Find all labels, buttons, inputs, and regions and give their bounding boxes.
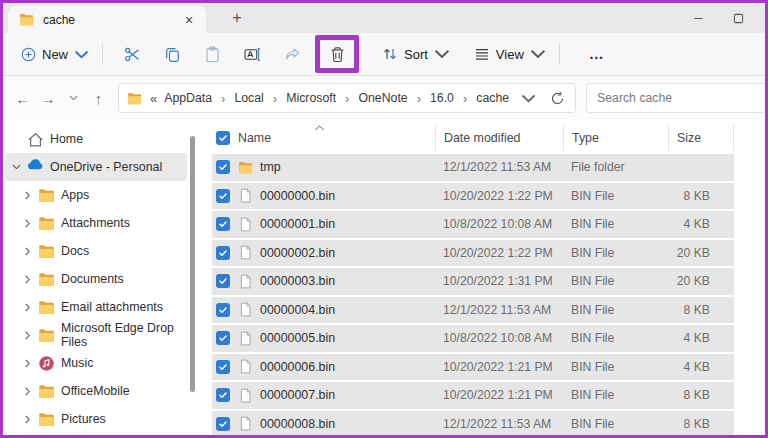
minimize-button[interactable] bbox=[683, 9, 713, 27]
sidebar-item[interactable]: Attachments bbox=[5, 209, 187, 237]
file-row[interactable]: 00000003.bin 10/20/2022 1:31 PM BIN File… bbox=[212, 268, 734, 295]
breadcrumb-label[interactable]: Local bbox=[232, 90, 265, 106]
file-row[interactable]: 00000008.bin 12/1/2022 11:53 AM BIN File… bbox=[212, 411, 734, 436]
tab-cache[interactable]: cache × bbox=[8, 6, 206, 33]
breadcrumb-label[interactable]: Microsoft bbox=[284, 90, 338, 106]
row-checkbox[interactable] bbox=[216, 274, 230, 288]
search-input[interactable] bbox=[586, 83, 767, 113]
breadcrumb-label[interactable]: cache bbox=[474, 90, 511, 106]
toolbar-divider bbox=[102, 43, 103, 65]
column-header-type[interactable]: Type bbox=[563, 125, 668, 151]
sidebar-item[interactable]: OfficeMobile bbox=[5, 377, 187, 405]
sort-button-label: Sort bbox=[404, 47, 428, 62]
chevron-placeholder[interactable] bbox=[9, 134, 23, 144]
chevron-right-icon[interactable] bbox=[20, 330, 34, 340]
address-dropdown-icon[interactable] bbox=[521, 91, 536, 106]
breadcrumb-segment[interactable]: Microsoft › bbox=[284, 90, 356, 106]
file-row[interactable]: 00000001.bin 10/8/2022 10:08 AM BIN File… bbox=[212, 211, 734, 238]
rename-button[interactable] bbox=[232, 38, 272, 70]
folder-icon bbox=[38, 411, 55, 428]
breadcrumb-label[interactable]: OneNote bbox=[356, 90, 409, 106]
sidebar-item[interactable]: Home bbox=[5, 125, 187, 153]
chevron-right-icon: › bbox=[463, 91, 467, 106]
file-row[interactable]: 00000007.bin 10/20/2022 1:21 PM BIN File… bbox=[212, 382, 734, 409]
back-button[interactable]: ← bbox=[11, 85, 34, 111]
view-list-icon bbox=[474, 46, 490, 62]
sidebar-item[interactable]: Email attachments bbox=[5, 293, 187, 321]
column-header-size[interactable]: Size bbox=[668, 125, 734, 151]
breadcrumb-overflow-indicator[interactable]: « bbox=[150, 91, 157, 106]
cut-button[interactable] bbox=[112, 38, 152, 70]
delete-button[interactable] bbox=[320, 40, 354, 68]
breadcrumb-segment[interactable]: Local › bbox=[232, 90, 284, 106]
file-icon bbox=[238, 245, 253, 260]
chevron-right-icon[interactable] bbox=[20, 190, 34, 200]
file-icon bbox=[238, 331, 253, 346]
row-checkbox[interactable] bbox=[216, 417, 230, 431]
sidebar-scrollbar[interactable] bbox=[190, 136, 195, 392]
row-checkbox[interactable] bbox=[216, 217, 230, 231]
sidebar-item[interactable]: Docs bbox=[5, 237, 187, 265]
sidebar-item[interactable]: Documents bbox=[5, 265, 187, 293]
row-checkbox[interactable] bbox=[216, 160, 230, 174]
sidebar-item-label: Home bbox=[50, 132, 83, 146]
up-button[interactable]: ↑ bbox=[87, 85, 110, 111]
clipboard-icon bbox=[204, 46, 221, 63]
file-row[interactable]: tmp 12/1/2022 11:53 AM File folder bbox=[212, 154, 734, 181]
sidebar-item[interactable]: Music bbox=[5, 349, 187, 377]
sidebar-item[interactable]: Pictures bbox=[5, 405, 187, 433]
sort-button[interactable]: Sort bbox=[378, 38, 454, 70]
chevron-right-icon[interactable] bbox=[20, 302, 34, 312]
chevron-down-icon bbox=[530, 46, 546, 62]
chevron-right-icon[interactable] bbox=[20, 274, 34, 284]
see-more-button[interactable]: … bbox=[583, 51, 611, 57]
row-checkbox[interactable] bbox=[216, 388, 230, 402]
chevron-right-icon[interactable] bbox=[20, 246, 34, 256]
close-tab-icon[interactable]: × bbox=[180, 11, 198, 29]
address-bar[interactable]: « AppData › Local › Microsoft › bbox=[118, 83, 576, 113]
chevron-right-icon[interactable] bbox=[20, 414, 34, 424]
file-row[interactable]: 00000002.bin 10/20/2022 1:22 PM BIN File… bbox=[212, 240, 734, 267]
file-row[interactable]: 00000005.bin 10/8/2022 10:08 AM BIN File… bbox=[212, 325, 734, 352]
select-all-checkbox[interactable] bbox=[216, 131, 230, 145]
row-checkbox[interactable] bbox=[216, 189, 230, 203]
row-checkbox[interactable] bbox=[216, 246, 230, 260]
row-checkbox[interactable] bbox=[216, 331, 230, 345]
sidebar-item-label: Pictures bbox=[61, 412, 106, 426]
recent-locations-button[interactable] bbox=[62, 85, 85, 111]
share-button[interactable] bbox=[272, 38, 312, 70]
chevron-right-icon[interactable] bbox=[20, 386, 34, 396]
file-date-modified: 10/20/2022 1:31 PM bbox=[435, 274, 563, 288]
row-checkbox[interactable] bbox=[216, 303, 230, 317]
new-tab-button[interactable]: + bbox=[225, 6, 249, 30]
sidebar-item[interactable]: Microsoft Edge Drop Files bbox=[5, 321, 187, 349]
maximize-button[interactable] bbox=[723, 9, 753, 27]
file-type: BIN File bbox=[563, 217, 668, 231]
file-type: BIN File bbox=[563, 331, 668, 345]
view-button[interactable]: View bbox=[470, 38, 550, 70]
breadcrumb-segment[interactable]: AppData › bbox=[162, 90, 232, 106]
sidebar-item[interactable]: OneDrive - Personal bbox=[5, 153, 187, 181]
sidebar-item[interactable]: Apps bbox=[5, 181, 187, 209]
refresh-icon[interactable] bbox=[550, 91, 565, 106]
copy-button[interactable] bbox=[152, 38, 192, 70]
chevron-right-icon[interactable] bbox=[20, 218, 34, 228]
file-row[interactable]: 00000000.bin 10/20/2022 1:22 PM BIN File… bbox=[212, 183, 734, 210]
breadcrumb-segment[interactable]: 16.0 › bbox=[428, 90, 474, 106]
chevron-right-icon[interactable] bbox=[20, 358, 34, 368]
file-row[interactable]: 00000006.bin 10/20/2022 1:21 PM BIN File… bbox=[212, 354, 734, 381]
column-header-date-modified[interactable]: Date modified bbox=[435, 125, 563, 151]
chevron-down-icon[interactable] bbox=[9, 162, 23, 172]
folder-icon bbox=[38, 327, 55, 344]
file-date-modified: 10/20/2022 1:22 PM bbox=[435, 246, 563, 260]
breadcrumb-label[interactable]: AppData bbox=[162, 90, 214, 106]
paste-button[interactable] bbox=[192, 38, 232, 70]
breadcrumb-segment[interactable]: cache › bbox=[474, 90, 511, 106]
new-button[interactable]: New bbox=[17, 38, 93, 70]
row-checkbox[interactable] bbox=[216, 360, 230, 374]
forward-button[interactable]: → bbox=[36, 85, 59, 111]
column-header-name[interactable]: Name bbox=[238, 125, 435, 151]
breadcrumb-label[interactable]: 16.0 bbox=[428, 90, 456, 106]
breadcrumb-segment[interactable]: OneNote › bbox=[356, 90, 428, 106]
file-row[interactable]: 00000004.bin 12/1/2022 11:53 AM BIN File… bbox=[212, 297, 734, 324]
